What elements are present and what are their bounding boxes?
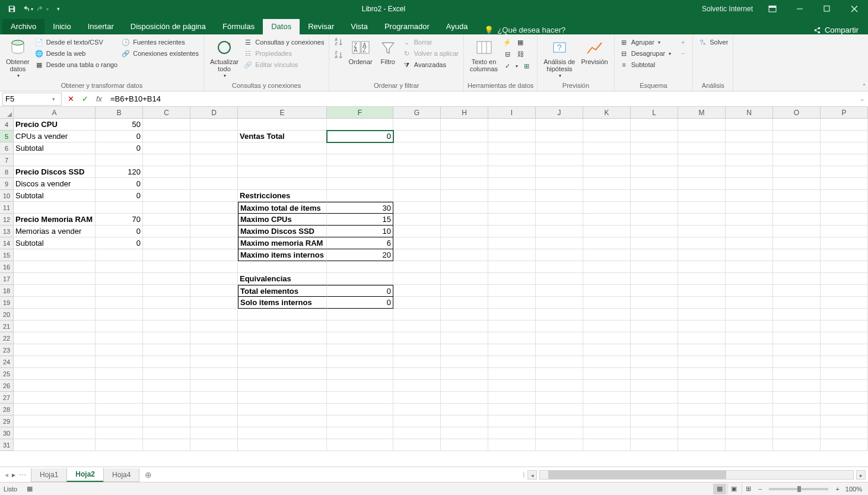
cell-D19[interactable] [190,297,238,309]
fx-icon[interactable]: fx [94,94,104,103]
cell-I17[interactable] [488,273,536,285]
cell-D9[interactable] [190,178,238,190]
zoom-slider[interactable] [769,488,828,490]
cell-N11[interactable] [726,202,773,214]
cell-J25[interactable] [536,368,583,380]
cell-B29[interactable] [96,415,143,427]
flash-fill-button[interactable]: ⚡ [501,37,513,47]
cell-P25[interactable] [821,368,868,380]
cell-F5[interactable]: 0 [327,131,393,142]
cell-K16[interactable] [583,261,631,273]
cell-N26[interactable] [726,380,773,392]
cell-A28[interactable] [14,404,96,415]
cell-L29[interactable] [631,415,678,427]
collapse-ribbon-icon[interactable]: ˄ [863,83,866,90]
cell-L15[interactable] [631,249,678,261]
cell-L7[interactable] [631,154,678,166]
col-header-G[interactable]: G [393,107,441,118]
col-header-E[interactable]: E [238,107,327,118]
formula-input[interactable] [108,94,856,103]
cell-N10[interactable] [726,190,773,202]
cell-E29[interactable] [238,415,327,427]
new-sheet-button[interactable]: ⊕ [139,470,158,480]
cell-H28[interactable] [441,404,488,415]
cell-C27[interactable] [143,392,190,404]
sheet-nav-prev-icon[interactable]: ▸ [12,471,15,479]
row-header-19[interactable]: 19 [0,297,14,309]
undo-icon[interactable]: ▾ [20,2,34,16]
cell-D24[interactable] [190,356,238,368]
row-header-29[interactable]: 29 [0,415,14,427]
cell-H27[interactable] [441,392,488,404]
cell-K18[interactable] [583,285,631,297]
cell-N21[interactable] [726,321,773,332]
cell-B24[interactable] [96,356,143,368]
cell-M28[interactable] [678,404,726,415]
tell-me[interactable]: 💡 ¿Qué desea hacer? [476,26,574,34]
tab-formulas[interactable]: Fórmulas [214,19,263,34]
cell-L16[interactable] [631,261,678,273]
col-header-H[interactable]: H [441,107,488,118]
col-header-M[interactable]: M [678,107,726,118]
cell-I7[interactable] [488,154,536,166]
share-button[interactable]: Compartir [803,26,868,34]
tab-vista[interactable]: Vista [342,19,376,34]
cell-B13[interactable]: 0 [96,226,143,237]
cell-B6[interactable]: 0 [96,142,143,154]
cell-O11[interactable] [773,202,821,214]
cell-E5[interactable]: Ventas Total [238,131,327,142]
cell-L26[interactable] [631,380,678,392]
cell-K14[interactable] [583,237,631,249]
cell-H10[interactable] [441,190,488,202]
cell-N27[interactable] [726,392,773,404]
cell-I25[interactable] [488,368,536,380]
cell-P11[interactable] [821,202,868,214]
tab-inicio[interactable]: Inicio [44,19,79,34]
cell-P31[interactable] [821,439,868,451]
cell-P4[interactable] [821,119,868,131]
cell-F26[interactable] [327,380,393,392]
cell-B26[interactable] [96,380,143,392]
cell-L9[interactable] [631,178,678,190]
cell-B10[interactable]: 0 [96,190,143,202]
minimize-icon[interactable] [786,0,813,18]
cell-F4[interactable] [327,119,393,131]
forecast-button[interactable]: Previsión [578,37,610,66]
cell-D10[interactable] [190,190,238,202]
cell-M25[interactable] [678,368,726,380]
cell-B21[interactable] [96,321,143,332]
cell-H13[interactable] [441,226,488,237]
ungroup-button[interactable]: ⊟Desagrupar▾ [618,48,672,59]
close-icon[interactable] [841,0,868,18]
cell-J20[interactable] [536,309,583,321]
row-header-18[interactable]: 18 [0,285,14,297]
sheet-nav-first-icon[interactable]: ◂ [5,471,8,479]
cell-K29[interactable] [583,415,631,427]
cell-H14[interactable] [441,237,488,249]
cell-M30[interactable] [678,427,726,439]
cell-I11[interactable] [488,202,536,214]
cell-N15[interactable] [726,249,773,261]
row-header-7[interactable]: 7 [0,154,14,166]
cell-I9[interactable] [488,178,536,190]
cell-N8[interactable] [726,166,773,178]
cell-O19[interactable] [773,297,821,309]
cell-F21[interactable] [327,321,393,332]
cell-J11[interactable] [536,202,583,214]
cell-L25[interactable] [631,368,678,380]
row-header-22[interactable]: 22 [0,332,14,344]
cell-M19[interactable] [678,297,726,309]
cell-D21[interactable] [190,321,238,332]
cell-I31[interactable] [488,439,536,451]
cell-I27[interactable] [488,392,536,404]
cell-K11[interactable] [583,202,631,214]
cell-O24[interactable] [773,356,821,368]
cell-K4[interactable] [583,119,631,131]
cell-A7[interactable] [14,154,96,166]
cell-C15[interactable] [143,249,190,261]
text-columns-button[interactable]: Texto en columnas [468,37,500,74]
cell-D29[interactable] [190,415,238,427]
cell-J22[interactable] [536,332,583,344]
row-header-6[interactable]: 6 [0,142,14,154]
cell-A18[interactable] [14,285,96,297]
